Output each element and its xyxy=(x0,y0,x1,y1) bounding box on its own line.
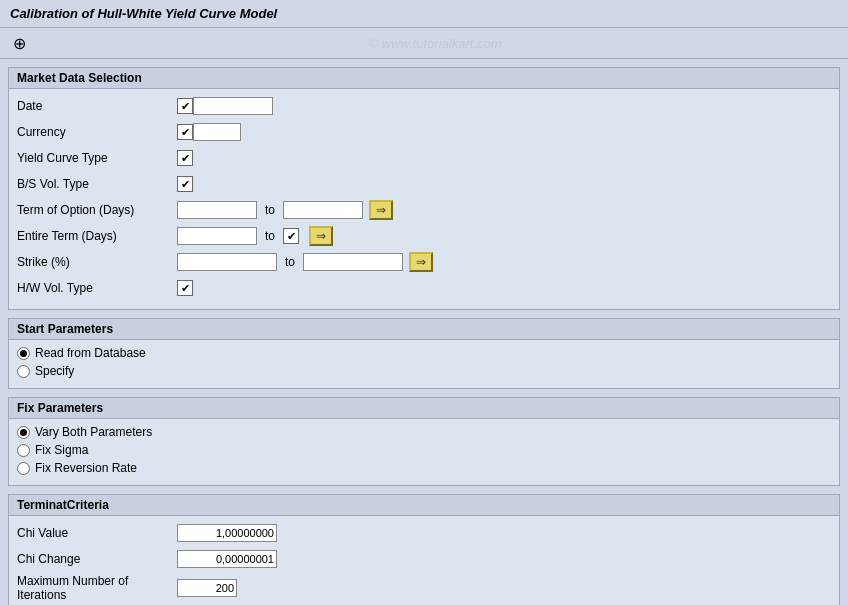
hw-vol-type-checkbox[interactable]: ✔ xyxy=(177,280,193,296)
fix-vary-both-label: Vary Both Parameters xyxy=(35,425,152,439)
strike-to[interactable] xyxy=(303,253,403,271)
strike-label: Strike (%) xyxy=(17,255,177,269)
term-of-option-to-label: to xyxy=(265,203,275,217)
entire-term-label: Entire Term (Days) xyxy=(17,229,177,243)
yield-curve-type-checkbox[interactable]: ✔ xyxy=(177,150,193,166)
fix-sigma-row: Fix Sigma xyxy=(17,443,831,457)
yield-curve-type-row: Yield Curve Type ✔ xyxy=(17,147,831,169)
start-parameters-section: Start Parameters Read from Database Spec… xyxy=(8,318,840,389)
max-iterations-input[interactable] xyxy=(177,579,237,597)
term-of-option-label: Term of Option (Days) xyxy=(17,203,177,217)
termination-criteria-header: TerminatCriteria xyxy=(9,495,839,516)
hw-vol-type-row: H/W Vol. Type ✔ xyxy=(17,277,831,299)
currency-checkbox[interactable]: ✔ xyxy=(177,124,193,140)
strike-to-label: to xyxy=(285,255,295,269)
chi-value-row: Chi Value xyxy=(17,522,831,544)
fix-reversion-row: Fix Reversion Rate xyxy=(17,461,831,475)
start-read-from-db-radio[interactable] xyxy=(17,347,30,360)
chi-value-input[interactable] xyxy=(177,524,277,542)
yield-curve-type-label: Yield Curve Type xyxy=(17,151,177,165)
currency-row: Currency ✔ xyxy=(17,121,831,143)
strike-row: Strike (%) to ⇒ xyxy=(17,251,831,273)
chi-change-input[interactable] xyxy=(177,550,277,568)
entire-term-to-label: to xyxy=(265,229,275,243)
currency-input[interactable] xyxy=(193,123,241,141)
date-row: Date ✔ xyxy=(17,95,831,117)
start-specify-label: Specify xyxy=(35,364,74,378)
term-of-option-from[interactable] xyxy=(177,201,257,219)
strike-arrow[interactable]: ⇒ xyxy=(409,252,433,272)
strike-from[interactable] xyxy=(177,253,277,271)
start-read-from-db-label: Read from Database xyxy=(35,346,146,360)
fix-reversion-radio[interactable] xyxy=(17,462,30,475)
start-specify-row: Specify xyxy=(17,364,831,378)
start-specify-radio[interactable] xyxy=(17,365,30,378)
fix-sigma-radio[interactable] xyxy=(17,444,30,457)
chi-change-label: Chi Change xyxy=(17,552,177,566)
bs-vol-type-row: B/S Vol. Type ✔ xyxy=(17,173,831,195)
term-of-option-to[interactable] xyxy=(283,201,363,219)
chi-value-label: Chi Value xyxy=(17,526,177,540)
max-iterations-row: Maximum Number of Iterations xyxy=(17,574,831,602)
page-title: Calibration of Hull-White Yield Curve Mo… xyxy=(10,6,277,21)
watermark: © www.tutorialkart.com xyxy=(30,36,840,51)
term-of-option-arrow[interactable]: ⇒ xyxy=(369,200,393,220)
fix-parameters-header: Fix Parameters xyxy=(9,398,839,419)
date-checkbox[interactable]: ✔ xyxy=(177,98,193,114)
fix-sigma-label: Fix Sigma xyxy=(35,443,88,457)
chi-change-row: Chi Change xyxy=(17,548,831,570)
max-iterations-label: Maximum Number of Iterations xyxy=(17,574,177,602)
title-bar: Calibration of Hull-White Yield Curve Mo… xyxy=(0,0,848,28)
date-label: Date xyxy=(17,99,177,113)
entire-term-arrow[interactable]: ⇒ xyxy=(309,226,333,246)
start-read-from-db-row: Read from Database xyxy=(17,346,831,360)
bs-vol-type-checkbox[interactable]: ✔ xyxy=(177,176,193,192)
entire-term-checkbox[interactable]: ✔ xyxy=(283,228,299,244)
termination-criteria-section: TerminatCriteria Chi Value Chi Change Ma… xyxy=(8,494,840,605)
hw-vol-type-label: H/W Vol. Type xyxy=(17,281,177,295)
start-parameters-header: Start Parameters xyxy=(9,319,839,340)
toolbar: ⊕ © www.tutorialkart.com xyxy=(0,28,848,59)
date-input[interactable] xyxy=(193,97,273,115)
bs-vol-type-label: B/S Vol. Type xyxy=(17,177,177,191)
fix-parameters-section: Fix Parameters Vary Both Parameters Fix … xyxy=(8,397,840,486)
market-data-header: Market Data Selection xyxy=(9,68,839,89)
clock-icon[interactable]: ⊕ xyxy=(8,32,30,54)
fix-reversion-label: Fix Reversion Rate xyxy=(35,461,137,475)
entire-term-row: Entire Term (Days) to ✔ ⇒ xyxy=(17,225,831,247)
fix-vary-both-radio[interactable] xyxy=(17,426,30,439)
term-of-option-row: Term of Option (Days) to ⇒ xyxy=(17,199,831,221)
market-data-section: Market Data Selection Date ✔ Currency ✔ … xyxy=(8,67,840,310)
fix-vary-both-row: Vary Both Parameters xyxy=(17,425,831,439)
entire-term-from[interactable] xyxy=(177,227,257,245)
currency-label: Currency xyxy=(17,125,177,139)
